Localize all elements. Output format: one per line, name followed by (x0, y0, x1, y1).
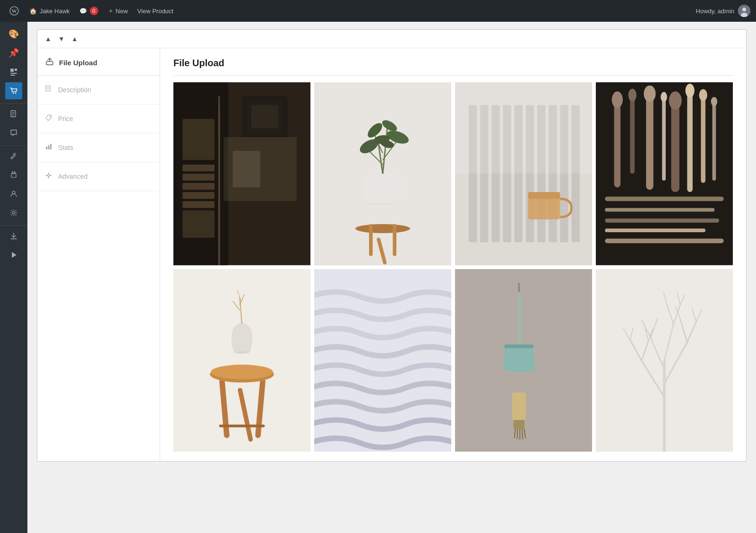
view-product-link[interactable]: View Product (133, 0, 178, 22)
image-item-7[interactable] (455, 269, 592, 452)
svg-rect-44 (182, 192, 215, 199)
main-layout: 🎨 📌 (0, 22, 756, 533)
advanced-icon (45, 172, 52, 181)
svg-rect-106 (605, 218, 719, 223)
tab-description[interactable]: Description (37, 76, 160, 105)
svg-point-99 (685, 84, 694, 97)
sidebar-icon-posts[interactable] (5, 63, 22, 80)
svg-rect-32 (50, 144, 52, 149)
svg-rect-94 (662, 94, 666, 181)
svg-rect-49 (233, 151, 260, 187)
image-item-8[interactable] (596, 269, 733, 452)
panel-body: File Upload Description (37, 48, 746, 461)
advanced-label: Advanced (58, 173, 87, 180)
comments-link[interactable]: 💬 0 (75, 0, 103, 22)
sidebar-icon-plugins[interactable] (5, 166, 22, 183)
svg-rect-57 (393, 224, 396, 256)
tab-content-title: File Upload (173, 58, 733, 76)
image-item-4[interactable] (596, 82, 733, 265)
collapse-toggle-button[interactable]: ▲ (69, 34, 80, 44)
svg-rect-56 (369, 224, 373, 256)
collapse-down-button[interactable]: ▼ (56, 34, 67, 44)
svg-rect-40 (182, 119, 215, 160)
tab-price[interactable]: Price (37, 105, 160, 133)
price-icon (45, 114, 52, 123)
tab-content: File Upload (160, 48, 746, 461)
image-item-5[interactable] (173, 269, 310, 452)
sidebar-icon-settings[interactable] (5, 204, 22, 221)
svg-rect-7 (10, 73, 17, 74)
svg-rect-124 (518, 283, 520, 292)
svg-text:W: W (12, 8, 17, 14)
svg-rect-105 (605, 208, 714, 212)
svg-rect-16 (11, 174, 16, 177)
admin-bar: W 🏠 Jake Hawk 💬 0 ＋ New View Product How… (0, 0, 756, 22)
svg-rect-86 (455, 82, 592, 174)
svg-point-95 (661, 92, 667, 102)
svg-rect-8 (10, 75, 15, 76)
new-label: New (116, 8, 128, 15)
content-area: ▲ ▼ ▲ (27, 22, 756, 533)
svg-marker-23 (12, 252, 17, 258)
svg-point-89 (612, 91, 623, 108)
svg-point-20 (13, 212, 15, 214)
svg-rect-30 (46, 147, 47, 149)
image-item-3[interactable] (455, 82, 592, 265)
svg-point-29 (50, 116, 51, 117)
svg-rect-41 (182, 165, 215, 171)
sidebar-separator-2 (0, 145, 27, 146)
svg-rect-52 (251, 105, 278, 128)
svg-rect-60 (363, 174, 402, 203)
description-label: Description (58, 86, 91, 94)
sidebar-icon-pages[interactable] (5, 105, 22, 122)
svg-point-55 (355, 224, 410, 233)
comments-count-badge: 0 (90, 7, 98, 15)
svg-rect-100 (701, 91, 705, 183)
stats-label: Stats (58, 144, 73, 151)
sidebar-separator (0, 103, 27, 104)
svg-rect-45 (182, 201, 215, 208)
svg-point-19 (12, 191, 15, 194)
tab-nav-header: File Upload (37, 48, 160, 76)
svg-rect-24 (46, 61, 53, 65)
sidebar-icon-import[interactable] (5, 227, 22, 245)
sidebar-icon-products[interactable] (5, 82, 22, 99)
svg-rect-6 (15, 69, 17, 71)
svg-rect-98 (687, 87, 693, 192)
svg-rect-121 (314, 269, 451, 452)
sidebar-icon-pin[interactable]: 📌 (5, 44, 22, 61)
sidebar-icon-comments[interactable] (5, 124, 22, 141)
svg-point-9 (13, 93, 14, 94)
sidebar-icon-users[interactable] (5, 185, 22, 202)
svg-rect-108 (605, 239, 723, 244)
new-link[interactable]: ＋ New (103, 0, 133, 22)
product-data-panel: ▲ ▼ ▲ (37, 29, 747, 462)
price-label: Price (58, 115, 73, 122)
svg-rect-126 (504, 344, 533, 348)
site-name-link[interactable]: 🏠 Jake Hawk (25, 0, 75, 22)
plus-icon: ＋ (108, 7, 114, 15)
image-item-6[interactable] (314, 269, 451, 452)
tab-stats[interactable]: Stats (37, 133, 160, 162)
image-item-1[interactable] (173, 82, 310, 265)
image-item-2[interactable] (314, 82, 451, 265)
svg-point-115 (211, 365, 273, 379)
svg-rect-43 (182, 183, 215, 190)
sidebar-icon-tools[interactable] (5, 148, 22, 165)
panel-controls: ▲ ▼ ▲ (37, 30, 746, 48)
avatar[interactable] (738, 5, 750, 17)
image-grid (173, 82, 733, 452)
collapse-up-button[interactable]: ▲ (43, 34, 53, 44)
stats-icon (45, 143, 52, 152)
comment-icon: 💬 (79, 8, 87, 15)
wp-logo[interactable]: W (6, 2, 23, 19)
svg-rect-107 (605, 228, 705, 232)
svg-rect-104 (605, 197, 723, 201)
svg-rect-102 (712, 98, 716, 181)
svg-line-130 (517, 429, 517, 439)
sidebar-icon-paint[interactable]: 🎨 (5, 26, 22, 43)
sidebar-icon-play[interactable] (5, 246, 22, 263)
svg-rect-125 (519, 292, 521, 347)
tab-advanced[interactable]: Advanced (37, 162, 160, 191)
svg-rect-26 (46, 86, 50, 91)
